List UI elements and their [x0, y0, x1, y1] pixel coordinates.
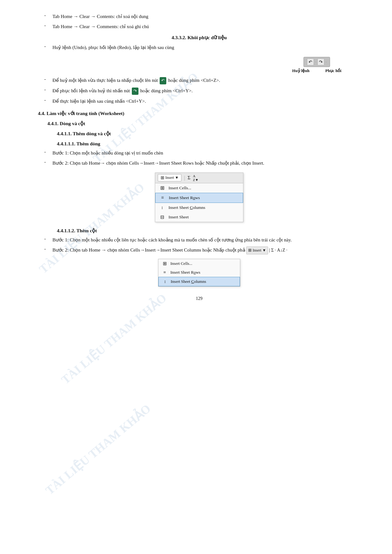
insert-menu2-wrapper: ⊞ Insert Cells... ≡ Insert Sheet Rows ↕ …	[38, 259, 360, 287]
bullet-phuc-hoi-text: Để phục hồi lệnh vừa huỷ thì nhấn nút ↷ …	[52, 87, 360, 95]
sort-icon: AZ▼	[193, 174, 199, 182]
insert-menu: ⊞ Insert ▼ | Σ AZ▼ ⊞ Insert Cells... ≡ I…	[155, 173, 243, 222]
insert-cells-label: Insert Cells...	[168, 186, 191, 191]
insert-columns-icon-2: ↕	[162, 278, 168, 285]
buoc1-dong-text: Bước 1: Chọn một hoặc nhiều dòng tại vị …	[52, 149, 360, 157]
insert-cells-item-2[interactable]: ⊞ Insert Cells...	[158, 259, 240, 268]
insert-sheet-label: Insert Sheet	[168, 215, 189, 220]
watermark-4: TÀI LIỆU THAM KHẢO	[43, 401, 153, 497]
insert-cells-icon-2: ⊞	[162, 260, 168, 267]
insert-columns-label-2: Insert Sheet Columns	[171, 279, 206, 284]
sigma-inline: | Σ · A↓Z ·	[269, 248, 287, 253]
bullet-thuc-hien-text: Để thực hiện lại lệnh sau cùng nhấn <Ctr…	[52, 97, 360, 105]
bullet-huy-lenh-text: Huỷ lệnh (Undo), phục hồi lệnh (Redo), l…	[52, 44, 360, 51]
section-4411-heading: 4.4.1.1. Thêm dòng và cột	[38, 131, 360, 137]
insert-inline-label: Insert	[253, 247, 261, 253]
insert-rows-label: Insert Sheet Rows	[169, 195, 200, 200]
insert-columns-label: Insert Sheet Columns	[168, 205, 205, 210]
section-44111-heading: 4.4.1.1.1. Thêm dòng	[38, 141, 360, 147]
bullet-dash-2: -	[44, 23, 51, 28]
insert-rows-icon-2: ≡	[162, 269, 168, 276]
separator: ·	[315, 60, 316, 64]
buoc2-dong-text: Bước 2: Chọn tab Home→ chọn nhóm Cells→I…	[52, 159, 360, 167]
bullet-dash-6: -	[44, 97, 51, 103]
bullet-clear-comments-text: Tab Home → Clear → Comments: chỉ xoá ghi…	[52, 23, 360, 30]
insert-cells-label-2: Insert Cells...	[170, 261, 192, 266]
insert-toolbar-button[interactable]: ⊞ Insert ▼	[158, 174, 181, 181]
buoc2-dong: - Bước 2: Chọn tab Home→ chọn nhóm Cells…	[38, 159, 360, 167]
insert-menu-2: ⊞ Insert Cells... ≡ Insert Sheet Rows ↕ …	[158, 259, 240, 287]
insert-toolbar: ⊞ Insert ▼ | Σ AZ▼	[155, 173, 243, 183]
undo-redo-container: ↶ · ↷ · Huỷ lệnh Phục hồi	[38, 57, 360, 73]
buoc1-cot-text: Bước 1: Chọn một hoặc nhiều cột liên tục…	[52, 236, 360, 244]
insert-cells-icon: ⊞	[159, 185, 165, 191]
bullet-clear-comments: - Tab Home → Clear → Comments: chỉ xoá g…	[38, 23, 360, 30]
section-441-heading: 4.4.1. Dòng và cột	[38, 121, 360, 126]
buoc2-cot: - Bước 2: Chọn tab Home → chọn nhóm Cell…	[38, 246, 360, 254]
bullet-dash-10: -	[44, 246, 51, 252]
sigma-icon: Σ	[187, 175, 190, 180]
buoc1-dong: - Bước 1: Chọn một hoặc nhiều dòng tại v…	[38, 149, 360, 157]
bullet-thuc-hien: - Để thực hiện lại lệnh sau cùng nhấn <C…	[38, 97, 360, 105]
insert-rows-icon: ≡	[159, 195, 166, 201]
bullet-dash-5: -	[44, 87, 51, 92]
bullet-dash-3: -	[44, 44, 51, 49]
redo-button[interactable]: ↷	[317, 58, 324, 65]
bullet-dash: -	[44, 13, 51, 18]
insert-columns-icon: ↕	[159, 204, 165, 211]
insert-sheet-icon: ⊟	[159, 214, 165, 220]
insert-label: Insert	[165, 175, 174, 180]
page-number: 129	[38, 296, 360, 301]
buoc1-cot: - Bước 1: Chọn một hoặc nhiều cột liên t…	[38, 236, 360, 244]
undo-redo-box: ↶ · ↷ ·	[303, 57, 330, 67]
insert-rows-label-2: Insert Sheet Rows	[170, 270, 200, 275]
undo-label: Huỷ lệnh	[292, 68, 309, 73]
insert-inline-dropdown: ▼	[262, 247, 266, 253]
bullet-huy-lenh: - Huỷ lệnh (Undo), phục hồi lệnh (Redo),…	[38, 44, 360, 51]
separator-bar: |	[184, 175, 185, 181]
redo-icon-inline: ↷	[132, 88, 138, 95]
watermark-3: TÀI LIỆU THAM KHẢO	[58, 291, 169, 387]
insert-sheet-rows-item[interactable]: ≡ Insert Sheet Rows	[155, 193, 243, 203]
insert-cells-item[interactable]: ⊞ Insert Cells...	[155, 183, 243, 193]
bullet-dash-8: -	[44, 159, 51, 165]
buoc2-cot-text: Bước 2: Chọn tab Home → chọn nhóm Cells→…	[52, 246, 360, 254]
bullet-dash-7: -	[44, 149, 51, 155]
separator2: ·	[326, 60, 327, 64]
insert-rows-item-2[interactable]: ≡ Insert Sheet Rows	[158, 268, 240, 277]
insert-inline-toolbar: ⊞ Insert ▼	[246, 247, 268, 254]
insert-menu-wrapper: ⊞ Insert ▼ | Σ AZ▼ ⊞ Insert Cells... ≡ I…	[38, 173, 360, 222]
section-432-heading: 4.3.3.2. Khôi phục dữ liệu	[38, 35, 360, 40]
insert-grid-icon: ⊞	[161, 175, 164, 180]
insert-dropdown-icon: ▼	[175, 175, 179, 180]
bullet-de-huy: - Để huỷ một lệnh vừa thực hiện ta nhấp …	[38, 76, 360, 84]
bullet-dash-9: -	[44, 236, 51, 241]
bullet-clear-contents: - Tab Home → Clear → Contents: chỉ xoá n…	[38, 13, 360, 20]
section-44-heading: 4.4. Làm việc với trang tính (Worksheet)	[38, 111, 360, 116]
bullet-dash-4: -	[44, 76, 51, 82]
redo-label: Phục hồi	[325, 68, 341, 73]
bullet-phuc-hoi: - Để phục hồi lệnh vừa huỷ thì nhấn nút …	[38, 87, 360, 95]
undo-button[interactable]: ↶	[307, 58, 314, 65]
bullet-de-huy-text: Để huỷ một lệnh vừa thực hiện ta nhấp ch…	[52, 76, 360, 84]
insert-inline-icon: ⊞	[248, 247, 252, 254]
insert-sheet-columns-item[interactable]: ↕ Insert Sheet Columns	[155, 203, 243, 212]
section-44112-heading: 4.4.1.1.2. Thêm cột	[38, 228, 360, 234]
undo-icon-inline: ↶	[160, 77, 166, 84]
bullet-clear-contents-text: Tab Home → Clear → Contents: chỉ xoá nội…	[52, 13, 360, 20]
insert-sheet-item[interactable]: ⊟ Insert Sheet	[155, 212, 243, 222]
insert-columns-item-2[interactable]: ↕ Insert Sheet Columns	[158, 277, 240, 286]
